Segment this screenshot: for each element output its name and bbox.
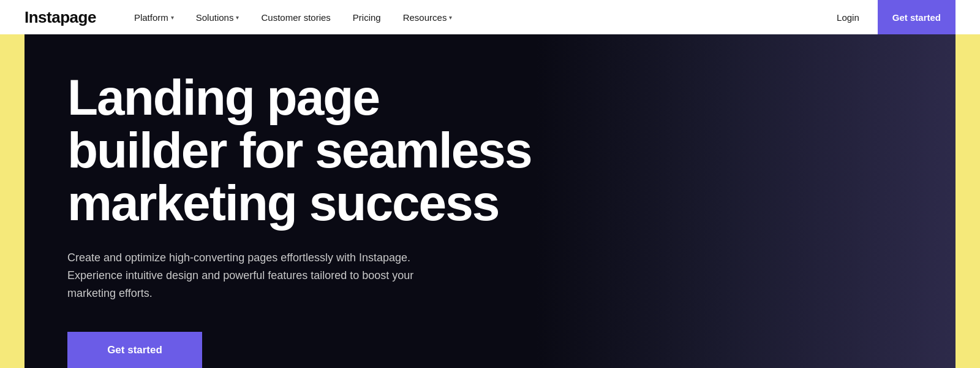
hero-subtitle: Create and optimize high-converting page… — [67, 249, 423, 302]
nav-label-solutions: Solutions — [196, 12, 234, 23]
navbar-get-started-button[interactable]: Get started — [878, 0, 956, 34]
hero-get-started-button[interactable]: Get started — [67, 332, 202, 368]
hero-section: Landing page builder for seamless market… — [24, 34, 956, 368]
chevron-down-icon: ▾ — [449, 14, 452, 21]
nav-label-platform: Platform — [134, 12, 168, 23]
hero-title: Landing page builder for seamless market… — [67, 71, 545, 229]
nav-item-platform[interactable]: Platform ▾ — [126, 7, 183, 28]
chevron-down-icon: ▾ — [236, 14, 239, 21]
nav-item-pricing[interactable]: Pricing — [344, 7, 390, 28]
nav-label-customer-stories: Customer stories — [261, 12, 330, 23]
nav-item-solutions[interactable]: Solutions ▾ — [187, 7, 248, 28]
nav-item-resources[interactable]: Resources ▾ — [394, 7, 461, 28]
navbar-right: Login Get started — [828, 0, 956, 34]
login-link[interactable]: Login — [828, 7, 868, 28]
nav-label-resources: Resources — [403, 12, 447, 23]
nav-item-customer-stories[interactable]: Customer stories — [252, 7, 339, 28]
navbar: Instapage Platform ▾ Solutions ▾ Custome… — [0, 0, 980, 34]
brand-logo[interactable]: Instapage — [24, 8, 96, 27]
nav-label-pricing: Pricing — [353, 12, 381, 23]
nav-menu: Platform ▾ Solutions ▾ Customer stories … — [126, 7, 828, 28]
chevron-down-icon: ▾ — [171, 14, 174, 21]
